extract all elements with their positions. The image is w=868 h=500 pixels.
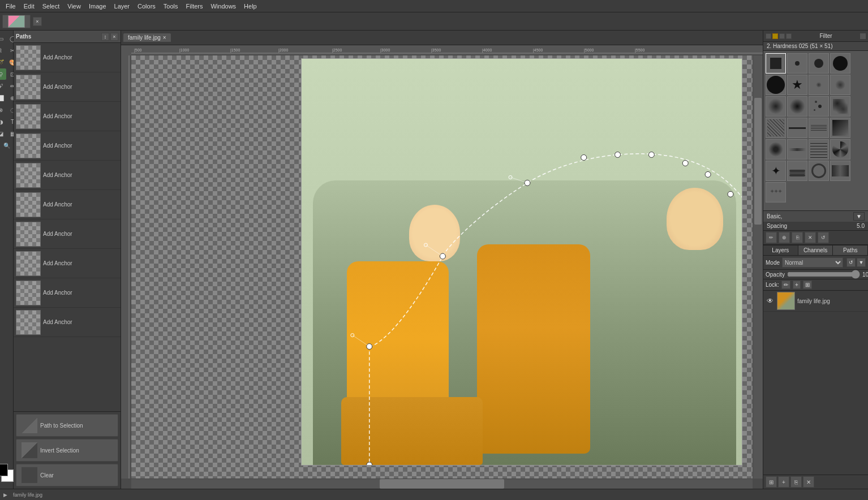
left-panel-btn2[interactable]: ×: [110, 33, 118, 41]
foreground-color[interactable]: [0, 464, 8, 476]
brush-swatch[interactable]: [787, 161, 807, 181]
delete-layer-btn[interactable]: ✕: [803, 476, 814, 488]
menu-image[interactable]: Image: [85, 2, 110, 11]
tool-rectangle[interactable]: ▭: [0, 33, 6, 44]
filter-menu-btn[interactable]: [860, 33, 866, 39]
list-item[interactable]: Add Anchor: [14, 278, 121, 308]
brush-swatch[interactable]: [766, 118, 786, 138]
menu-view[interactable]: View: [64, 2, 84, 11]
menu-tools[interactable]: Tools: [160, 2, 182, 11]
canvas-viewport[interactable]: [131, 55, 753, 479]
invert-selection-btn[interactable]: Invert Selection: [16, 439, 118, 462]
duplicate-layer-btn[interactable]: ⎘: [790, 476, 802, 488]
tab-paths[interactable]: Paths: [833, 245, 868, 255]
close-preview-btn[interactable]: ×: [33, 17, 42, 26]
edit-brush-btn[interactable]: ✏: [766, 232, 777, 243]
clear-btn[interactable]: Clear: [16, 464, 118, 486]
tool-lasso[interactable]: ⌇: [0, 45, 6, 56]
copy-brush-btn[interactable]: ⎘: [792, 232, 803, 243]
brush-swatch[interactable]: [830, 161, 850, 181]
svg-point-18: [648, 152, 654, 158]
vscroll[interactable]: [753, 55, 763, 479]
brush-swatch[interactable]: [809, 118, 829, 138]
tool-paintbrush[interactable]: 🖌: [0, 80, 6, 92]
window-ctrl-1[interactable]: [766, 33, 771, 39]
brush-swatch[interactable]: [830, 139, 850, 160]
hscroll[interactable]: [131, 479, 753, 489]
window-ctrl-3[interactable]: [779, 33, 785, 39]
svg-point-20: [705, 171, 711, 177]
tool-zoom[interactable]: 🔍: [1, 140, 12, 151]
brush-swatch[interactable]: [809, 96, 829, 117]
tab-channels[interactable]: Channels: [798, 245, 833, 255]
brush-swatch[interactable]: [809, 161, 829, 181]
opacity-slider[interactable]: [787, 271, 860, 278]
lock-alpha-btn[interactable]: +: [793, 281, 801, 289]
brush-swatch[interactable]: [830, 53, 850, 74]
menu-select[interactable]: Select: [39, 2, 63, 11]
brush-swatch[interactable]: [787, 96, 807, 117]
brush-swatch[interactable]: ★: [787, 75, 807, 95]
brush-swatch[interactable]: [766, 139, 786, 160]
brush-swatch[interactable]: ⁺⁺⁺: [766, 182, 786, 202]
brush-swatch[interactable]: [766, 75, 786, 95]
tool-fuzzy[interactable]: 🪄: [0, 57, 6, 68]
canvas-tab-close[interactable]: ×: [163, 35, 166, 41]
mode-select[interactable]: Normal Multiply Screen Overlay: [782, 257, 843, 268]
window-ctrl-4[interactable]: [786, 33, 792, 39]
canvas-tab-family[interactable]: family life.jpg ×: [123, 33, 171, 42]
new-brush-btn[interactable]: ⊕: [779, 232, 790, 243]
tool-paths[interactable]: ⚲: [0, 68, 6, 80]
tool-heal[interactable]: ⊗: [0, 104, 6, 115]
menu-file[interactable]: File: [2, 2, 19, 11]
tool-eraser[interactable]: ⬜: [0, 92, 6, 104]
new-layer-group-btn[interactable]: ⊞: [766, 476, 777, 488]
brush-swatch[interactable]: [830, 96, 850, 117]
tab-layers[interactable]: Layers: [763, 245, 798, 255]
brush-swatch[interactable]: ✦: [766, 161, 786, 181]
menu-colors[interactable]: Colors: [134, 2, 159, 11]
brush-swatch[interactable]: [809, 75, 829, 95]
brush-swatch[interactable]: [766, 96, 786, 117]
window-ctrl-2[interactable]: [772, 33, 778, 39]
brush-swatch[interactable]: [787, 118, 807, 138]
list-item[interactable]: Add Anchor: [14, 161, 121, 190]
lock-position-btn[interactable]: ⊞: [803, 281, 812, 289]
list-item[interactable]: Add Anchor: [14, 308, 121, 337]
table-row[interactable]: 👁 family life.jpg: [763, 291, 868, 312]
brush-swatch[interactable]: [766, 53, 786, 74]
menu-edit[interactable]: Edit: [20, 2, 38, 11]
menu-layer[interactable]: Layer: [111, 2, 134, 11]
menu-help[interactable]: Help: [240, 2, 260, 11]
list-item[interactable]: Add Anchor: [14, 43, 121, 72]
path-name: Add Anchor: [43, 231, 72, 237]
new-layer-btn[interactable]: +: [778, 476, 789, 488]
menu-filters[interactable]: Filters: [183, 2, 207, 11]
list-item[interactable]: Add Anchor: [14, 102, 121, 131]
brush-swatch[interactable]: [787, 139, 807, 160]
category-dropdown[interactable]: ▼: [853, 212, 865, 221]
color-swatches[interactable]: [0, 464, 18, 486]
svg-text:|4000: |4000: [482, 48, 492, 53]
path-to-selection-btn[interactable]: Path to Selection: [16, 414, 118, 437]
list-item[interactable]: Add Anchor: [14, 249, 121, 278]
brush-swatch[interactable]: [787, 53, 807, 74]
tool-bucket[interactable]: ◪: [0, 128, 6, 139]
mode-reset-btn[interactable]: ↺: [846, 258, 856, 267]
brush-swatch[interactable]: [830, 118, 850, 138]
list-item[interactable]: Add Anchor: [14, 131, 121, 161]
brush-swatch[interactable]: [809, 139, 829, 160]
mode-extra-btn[interactable]: ▼: [857, 258, 866, 267]
refresh-brush-btn[interactable]: ↺: [818, 232, 829, 243]
left-panel-btn1[interactable]: ↕: [101, 33, 109, 41]
list-item[interactable]: Add Anchor: [14, 72, 121, 102]
menu-windows[interactable]: Windows: [207, 2, 239, 11]
brush-swatch[interactable]: [809, 53, 829, 74]
brush-swatch[interactable]: [830, 75, 850, 95]
delete-brush-btn[interactable]: ✕: [805, 232, 816, 243]
tool-dodge[interactable]: ◑: [0, 116, 6, 127]
lock-pixels-btn[interactable]: ✏: [781, 281, 790, 289]
list-item[interactable]: Add Anchor: [14, 190, 121, 219]
list-item[interactable]: Add Anchor: [14, 219, 121, 249]
layer-visibility-toggle[interactable]: 👁: [766, 296, 775, 305]
